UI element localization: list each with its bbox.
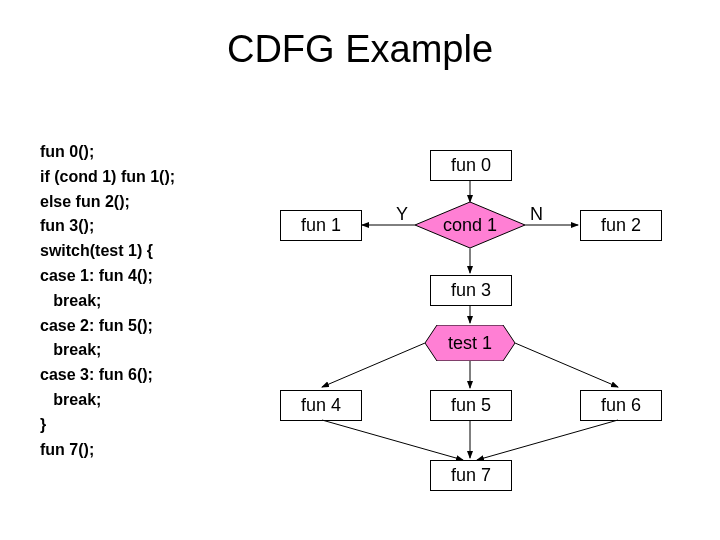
svg-line-14 [477,420,618,460]
svg-line-11 [515,343,618,387]
code-listing: fun 0(); if (cond 1) fun 1(); else fun 2… [40,140,175,462]
svg-line-10 [322,343,425,387]
diagram-arrows [250,140,690,510]
cdfg-diagram: fun 0 fun 1 fun 2 fun 3 fun 4 fun 5 fun … [250,140,690,510]
page-title: CDFG Example [0,0,720,71]
svg-line-13 [322,420,463,460]
